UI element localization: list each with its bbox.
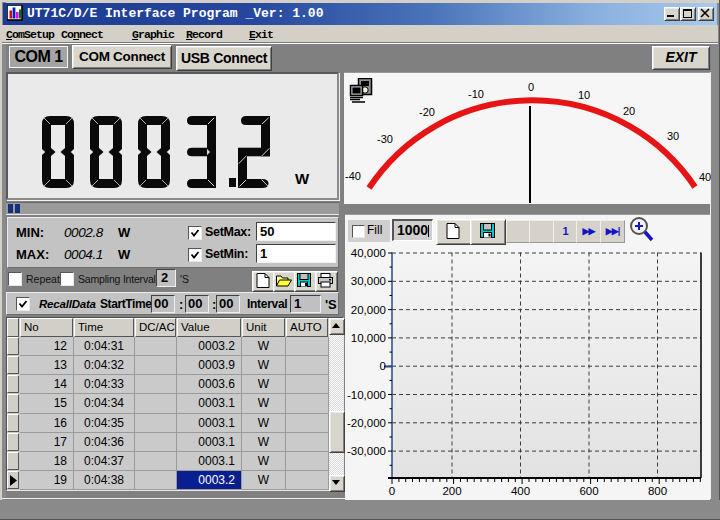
svg-text:400: 400	[511, 485, 530, 497]
svg-text:0: 0	[380, 360, 386, 372]
svg-text:-30,000: -30,000	[347, 445, 386, 457]
svg-text:20,000: 20,000	[351, 304, 386, 316]
svg-text:40,000: 40,000	[351, 247, 386, 259]
svg-text:-20,000: -20,000	[347, 417, 386, 429]
svg-text:-10,000: -10,000	[347, 389, 386, 401]
svg-text:10,000: 10,000	[351, 332, 386, 344]
svg-text:0: 0	[389, 485, 395, 497]
svg-text:30,000: 30,000	[351, 275, 386, 287]
svg-text:600: 600	[579, 485, 598, 497]
svg-text:800: 800	[648, 485, 667, 497]
svg-text:200: 200	[442, 485, 461, 497]
